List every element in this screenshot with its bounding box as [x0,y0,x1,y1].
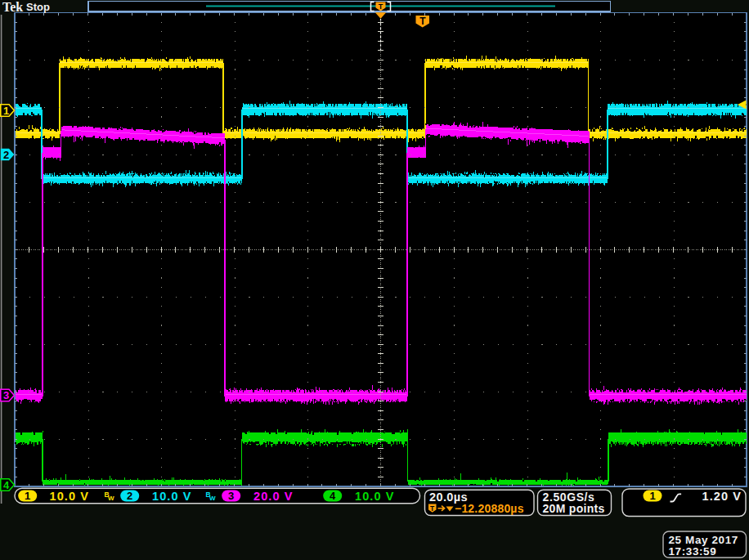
svg-text:2: 2 [127,490,132,502]
svg-text:−12.20880µs: −12.20880µs [455,502,524,515]
svg-text:T: T [379,2,383,11]
svg-text:1: 1 [649,490,655,502]
svg-text:4: 4 [330,490,336,502]
svg-text:Stop: Stop [26,1,50,13]
svg-text:10.0 V: 10.0 V [50,490,90,503]
svg-text:W: W [108,495,114,502]
svg-text:10.0 V: 10.0 V [355,490,395,503]
svg-text:1: 1 [25,490,30,502]
svg-text:W: W [209,495,216,502]
svg-text:10.0 V: 10.0 V [152,490,192,503]
svg-text:1.20 V: 1.20 V [702,490,742,503]
svg-text:20M points: 20M points [543,502,605,515]
svg-text:1: 1 [3,105,9,117]
svg-text:4: 4 [3,479,10,491]
svg-text:3: 3 [228,490,234,502]
svg-text:17:33:59: 17:33:59 [669,545,717,558]
svg-text:20.0 V: 20.0 V [253,490,294,503]
svg-text:Tek: Tek [2,0,23,14]
svg-text:3: 3 [3,389,9,401]
svg-text:25 May 2017: 25 May 2017 [669,534,738,546]
svg-text:T: T [419,16,426,27]
svg-text:T: T [430,504,435,513]
svg-text:2: 2 [3,149,9,161]
